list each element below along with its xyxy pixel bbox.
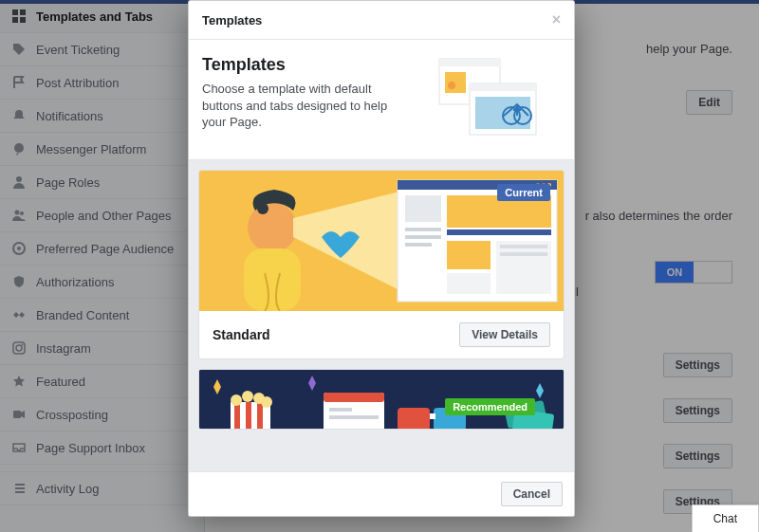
svg-rect-57 [324, 393, 384, 402]
svg-rect-59 [329, 415, 379, 419]
svg-rect-33 [405, 195, 441, 222]
svg-point-25 [257, 203, 268, 214]
svg-rect-42 [500, 245, 547, 248]
svg-rect-41 [496, 241, 551, 294]
close-icon[interactable]: × [552, 12, 561, 28]
templates-modal: Templates × Templates Choose a template … [188, 0, 575, 517]
svg-rect-39 [447, 241, 491, 269]
view-details-button[interactable]: View Details [459, 322, 550, 347]
intro-body: Choose a template with default buttons a… [202, 81, 401, 131]
recommended-badge: Recommended [445, 398, 535, 415]
svg-point-17 [448, 82, 455, 89]
modal-body: Templates Choose a template with default… [189, 40, 574, 471]
svg-point-24 [248, 203, 297, 252]
template-illustration-standard: Current [199, 171, 564, 311]
modal-header: Templates × [189, 1, 574, 40]
svg-rect-40 [447, 273, 491, 294]
template-illustration-recommended: Recommended [199, 370, 564, 430]
modal-title: Templates [202, 13, 262, 28]
svg-point-52 [231, 394, 242, 406]
svg-rect-43 [500, 252, 547, 256]
svg-rect-16 [445, 72, 466, 93]
modal-footer: Cancel [189, 471, 574, 516]
svg-rect-51 [257, 402, 263, 430]
svg-rect-34 [405, 228, 441, 231]
template-card-standard: Current Standard View Details [198, 170, 565, 359]
current-badge: Current [497, 184, 550, 201]
svg-point-53 [242, 391, 253, 402]
svg-rect-15 [439, 59, 500, 66]
chat-label: Chat [713, 512, 737, 525]
svg-rect-49 [234, 402, 240, 430]
svg-point-55 [261, 396, 272, 408]
chat-tab[interactable]: Chat [692, 504, 759, 532]
cancel-button[interactable]: Cancel [501, 482, 563, 506]
svg-rect-26 [244, 248, 301, 311]
svg-rect-19 [470, 83, 536, 91]
svg-rect-35 [405, 235, 441, 239]
svg-rect-60 [398, 408, 430, 430]
template-card-recommended: Recommended [198, 369, 565, 430]
svg-rect-38 [447, 229, 551, 235]
template-name: Standard [213, 327, 270, 342]
svg-rect-50 [246, 402, 251, 430]
svg-rect-58 [329, 408, 352, 412]
intro-title: Templates [202, 55, 418, 75]
templates-illustration [428, 55, 561, 140]
modal-intro: Templates Choose a template with default… [189, 40, 574, 160]
svg-rect-62 [430, 413, 435, 419]
svg-rect-36 [405, 243, 432, 247]
